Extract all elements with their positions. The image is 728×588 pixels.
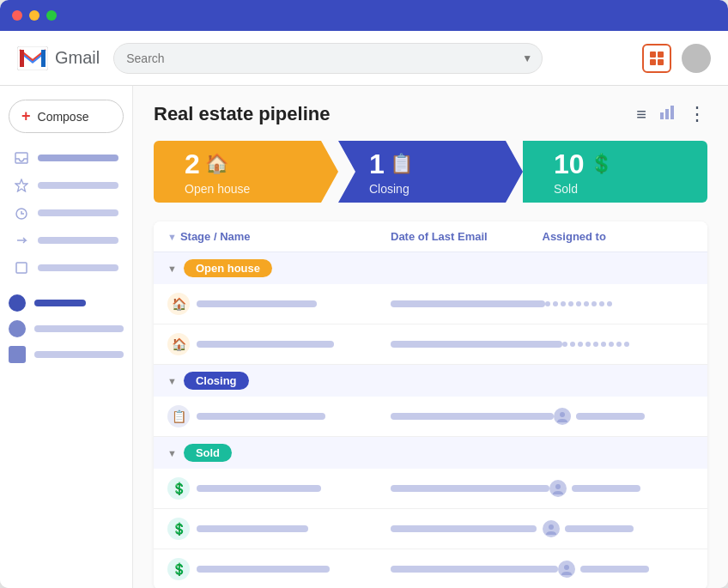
name-bar-2 <box>197 341 334 348</box>
group-open-house[interactable]: ▼ Open house <box>154 252 707 284</box>
stage-closing-count: 1 <box>369 149 385 180</box>
sidebar-item-sent[interactable] <box>9 229 124 252</box>
dollar-row-icon-1: 💲 <box>167 477 190 500</box>
maximize-dot[interactable] <box>46 10 57 21</box>
doc-row-icon: 📋 <box>167 405 190 427</box>
svg-marker-4 <box>15 179 27 191</box>
minimize-dot[interactable] <box>29 10 39 21</box>
close-dot[interactable] <box>12 10 22 21</box>
gmail-m-icon <box>17 46 48 70</box>
email-bar-4 <box>391 485 549 492</box>
group-closing[interactable]: ▼ Closing <box>154 365 707 397</box>
grid-view-button[interactable] <box>642 44 671 73</box>
user-avatar-sm-4 <box>558 561 575 578</box>
assigned-bar-3 <box>565 525 634 532</box>
assigned-cell <box>554 408 694 425</box>
header-icons <box>642 44 711 73</box>
sidebar-item-inbox[interactable] <box>9 147 124 169</box>
svg-point-10 <box>560 412 565 417</box>
user-avatar[interactable] <box>682 44 711 73</box>
page-actions: ≡ ⋮ <box>636 103 707 125</box>
extra-bar-3 <box>34 351 124 358</box>
starred-bar <box>38 182 118 189</box>
content-area: Real estate pipeline ≡ ⋮ 2 🏠 <box>133 86 728 588</box>
inbox-bar <box>38 155 118 161</box>
th-date-label: Date of Last Email <box>391 230 488 243</box>
inbox-icon <box>14 150 29 166</box>
sidebar-item-starred[interactable] <box>9 174 124 197</box>
stage-sold-count: 10 <box>554 149 585 180</box>
email-bar-6 <box>391 566 558 573</box>
stage-open-house[interactable]: 2 🏠 Open house <box>154 141 338 203</box>
star-icon <box>14 178 29 193</box>
more-icon[interactable]: ⋮ <box>688 103 707 125</box>
name-bar <box>197 300 317 307</box>
doc-stage-icon: 📋 <box>390 153 413 175</box>
dollar-stage-icon: 💲 <box>590 153 613 175</box>
badge-open-house: Open house <box>184 259 272 277</box>
compose-plus-icon: + <box>21 107 31 125</box>
drafts-bar <box>38 264 118 271</box>
main-layout: + Compose <box>0 86 728 588</box>
search-bar: ▼ <box>113 43 543 74</box>
compose-button[interactable]: + Compose <box>9 100 124 133</box>
svg-rect-9 <box>670 106 674 119</box>
dollar-row-icon-3: 💲 <box>167 558 190 580</box>
group-open-chevron: ▼ <box>167 264 177 274</box>
svg-point-12 <box>549 524 554 530</box>
drafts-icon <box>14 260 29 276</box>
stage-closing[interactable]: 1 📋 Closing <box>338 141 523 203</box>
group-closing-chevron: ▼ <box>167 376 177 386</box>
gmail-logo: Gmail <box>17 46 100 70</box>
sidebar-item-snoozed[interactable] <box>9 202 124 224</box>
email-bar-5 <box>391 525 537 532</box>
filter-icon[interactable]: ≡ <box>636 105 646 124</box>
stage-sold[interactable]: 10 💲 Sold <box>523 141 707 203</box>
sidebar-extra-3[interactable] <box>9 346 124 363</box>
assigned-bar-2 <box>572 485 640 492</box>
sent-bar <box>38 237 118 244</box>
svg-rect-2 <box>41 50 46 67</box>
table-row: 🏠 <box>154 324 707 365</box>
th-assigned-label: Assigned to <box>543 230 606 243</box>
house-stage-icon: 🏠 <box>205 153 228 175</box>
extra-bar-1 <box>34 300 86 306</box>
search-dropdown-icon[interactable]: ▼ <box>522 52 532 64</box>
sidebar-extra-2[interactable] <box>9 320 124 337</box>
rect-icon <box>9 346 26 363</box>
circle-blue-icon <box>9 294 26 312</box>
table-row: 🏠 <box>154 284 707 324</box>
table-row: 💲 <box>154 549 707 588</box>
sidebar-extra-1[interactable] <box>9 294 124 312</box>
search-input[interactable] <box>113 43 543 74</box>
name-bar-5 <box>197 525 308 532</box>
email-bar-2 <box>391 341 562 348</box>
sort-arrow-icon: ▼ <box>167 232 177 242</box>
svg-point-11 <box>555 484 561 489</box>
clock-icon <box>14 205 29 221</box>
group-sold-chevron: ▼ <box>167 448 177 458</box>
table-header: ▼ Stage / Name Date of Last Email Assign… <box>154 221 707 252</box>
house-row-icon-2: 🏠 <box>167 333 190 355</box>
th-stage-name: ▼ Stage / Name <box>167 230 391 243</box>
assigned-bar <box>576 413 645 420</box>
th-stage-name-label: Stage / Name <box>180 230 251 243</box>
pipeline-stages: 2 🏠 Open house 1 📋 Closing <box>154 141 707 203</box>
app-window: Gmail ▼ + Compose <box>0 0 728 588</box>
group-sold[interactable]: ▼ Sold <box>154 437 707 469</box>
badge-sold: Sold <box>184 444 232 462</box>
user-avatar-sm-2 <box>549 480 567 497</box>
svg-rect-8 <box>665 109 669 119</box>
table-row: 💲 <box>154 469 707 509</box>
user-avatar-sm-3 <box>543 520 560 537</box>
svg-rect-7 <box>660 112 664 119</box>
chart-icon[interactable] <box>658 104 676 125</box>
circle-light-icon <box>9 320 26 337</box>
stage-open-count: 2 <box>185 149 200 180</box>
sent-icon <box>14 233 29 248</box>
th-date: Date of Last Email <box>391 230 543 243</box>
sidebar-item-drafts[interactable] <box>9 257 124 279</box>
page-title: Real estate pipeline <box>154 103 636 125</box>
sidebar-bottom <box>9 294 124 363</box>
page-header: Real estate pipeline ≡ ⋮ <box>154 103 707 125</box>
